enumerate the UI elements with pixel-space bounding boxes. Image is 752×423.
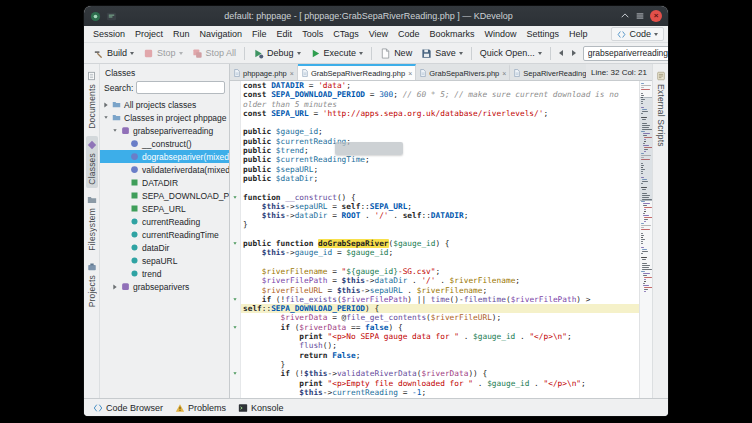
expander-icon[interactable] — [102, 102, 109, 108]
code-line[interactable]: $riverFileURL = $this->sepaURL . $riverF… — [241, 286, 639, 295]
fold-marker[interactable] — [230, 323, 241, 332]
tree-item-sepa-download-period[interactable]: SEPA_DOWNLOAD_PERIOD — [100, 189, 229, 202]
expander-icon[interactable] — [111, 284, 118, 290]
fold-marker[interactable] — [230, 239, 241, 248]
menu-bookmarks[interactable]: Bookmarks — [425, 28, 480, 40]
menu-navigation[interactable]: Navigation — [195, 28, 248, 40]
menu-tools[interactable]: Tools — [297, 28, 328, 40]
tree-item-classes-in-project-phppage[interactable]: Classes in project phppage — [100, 111, 229, 124]
code-line[interactable]: $riverFilename = "${gauge_id}-SG.csv"; — [241, 267, 639, 276]
code-line[interactable]: $this->sepaURL = self::SEPA_URL; — [241, 202, 639, 211]
tree-item-sepaurl[interactable]: sepaURL — [100, 254, 229, 267]
code-line[interactable]: const SEPA_DOWNLOAD_PERIOD = 300; // 60 … — [241, 90, 639, 99]
code-area[interactable]: const DATADIR = 'data';const SEPA_DOWNLO… — [230, 81, 639, 398]
code-line[interactable] — [241, 258, 639, 267]
code-line[interactable]: $this->dataDir = ROOT . '/' . self::DATA… — [241, 211, 639, 220]
tree-item-grabsepariverreading[interactable]: grabsepariverreading — [100, 124, 229, 137]
fold-marker[interactable] — [230, 295, 241, 304]
tree-item-datadir[interactable]: DATADIR — [100, 176, 229, 189]
code-browser-button[interactable]: Code Browser — [88, 402, 168, 414]
tree-item-datadir[interactable]: dataDir — [100, 241, 229, 254]
code-line[interactable]: public function doGrabSepaRiver($gauge_i… — [241, 239, 639, 248]
code-line[interactable]: $this->currentReading = -1; — [241, 388, 639, 397]
menu-session[interactable]: Session — [88, 28, 130, 40]
fold-marker[interactable] — [230, 369, 241, 378]
menu-help[interactable]: Help — [564, 28, 593, 40]
expander-icon[interactable] — [111, 129, 118, 132]
code-line[interactable]: self::SEPA_DOWNLOAD_PERIOD) { — [241, 304, 639, 313]
code-line[interactable]: $this->gauge_id = $gauge_id; — [241, 248, 639, 257]
problems-button[interactable]: Problems — [170, 402, 231, 414]
tree-item-dograbsepariver-mixed[interactable]: dograbsepariver(mixed) — [100, 150, 229, 163]
code-line[interactable]: } — [241, 360, 639, 369]
code-line[interactable]: const DATADIR = 'data'; — [241, 81, 639, 90]
menu-edit[interactable]: Edit — [272, 28, 298, 40]
code-line[interactable]: flush(); — [241, 397, 639, 398]
close-icon[interactable]: × — [501, 70, 506, 77]
code-line[interactable] — [241, 230, 639, 239]
search-input[interactable] — [588, 48, 668, 58]
tree-item-currentreadingtime[interactable]: currentReadingTime — [100, 228, 229, 241]
titlebar[interactable]: default: phppage - [ phppage:GrabSepaRiv… — [84, 6, 668, 26]
code-line[interactable]: $riverFilePath = $this->dataDir . '/' . … — [241, 276, 639, 285]
code-line[interactable]: public $currentReading; — [241, 137, 639, 146]
search-prev-button[interactable] — [555, 47, 567, 59]
minimap[interactable] — [639, 81, 652, 398]
execute-button[interactable]: Execute — [306, 46, 368, 61]
tree-item-validateriverdata-mixed[interactable]: validateriverdata(mixed) — [100, 163, 229, 176]
search-next-button[interactable] — [568, 47, 580, 59]
code-line[interactable] — [241, 118, 639, 127]
tree-item-sepa-url[interactable]: SEPA_URL — [100, 202, 229, 215]
code-line[interactable]: if (!file_exists($riverFilePath) || time… — [241, 295, 639, 304]
editor-tab-separiverreadinghistory-php[interactable]: SepaRiverReadingHistory.php× — [510, 64, 586, 80]
stop-all-button[interactable]: Stop All — [188, 46, 241, 61]
menu-window[interactable]: Window — [480, 28, 522, 40]
build-button[interactable]: Build — [89, 46, 138, 61]
konsole-button[interactable]: Konsole — [233, 402, 289, 414]
tree-item-trend[interactable]: trend — [100, 267, 229, 280]
close-button[interactable]: × — [650, 10, 662, 22]
window-menu-icon[interactable] — [635, 11, 645, 21]
dock-tab-classes[interactable]: Classes — [86, 136, 98, 189]
editor-tab-grabsepariverreading-php[interactable]: GrabSepaRiverReading.php× — [298, 64, 416, 80]
dock-tab-filesystem[interactable]: Filesystem — [86, 191, 98, 255]
quick-open-button[interactable]: Quick Open... — [476, 46, 546, 60]
classes-search-input[interactable] — [136, 81, 225, 94]
code-menu-button[interactable]: Code — [611, 27, 664, 41]
code-line[interactable] — [241, 183, 639, 192]
expander-icon[interactable] — [102, 116, 109, 119]
tree-item-currentreading[interactable]: currentReading — [100, 215, 229, 228]
code-line[interactable]: public $trend; — [241, 146, 639, 155]
shade-icon[interactable] — [620, 11, 630, 21]
tree-item-construct[interactable]: __construct() — [100, 137, 229, 150]
menu-code[interactable]: Code — [393, 28, 425, 40]
dock-tab-documents[interactable]: Documents — [86, 67, 98, 133]
fold-marker[interactable] — [230, 193, 241, 202]
code-line[interactable]: public $currentReadingTime; — [241, 155, 639, 164]
code-line[interactable]: if ($riverData == false) { — [241, 323, 639, 332]
code-line[interactable]: } — [241, 220, 639, 229]
code-line[interactable]: flush(); — [241, 341, 639, 350]
code-line[interactable]: older than 5 minutes — [241, 100, 639, 109]
tree-item-grabseparivers[interactable]: grabseparivers — [100, 280, 229, 293]
save-button[interactable]: Save — [417, 46, 467, 61]
tree-item-all-projects-classes[interactable]: All projects classes — [100, 98, 229, 111]
close-icon[interactable]: × — [407, 70, 412, 77]
menu-file[interactable]: File — [247, 28, 272, 40]
menu-run[interactable]: Run — [168, 28, 195, 40]
stop-button[interactable]: Stop — [139, 46, 187, 61]
code-line[interactable]: $riverData = @file_get_contents($riverFi… — [241, 313, 639, 322]
code-line[interactable]: if (!$this->validateRiverData($riverData… — [241, 369, 639, 378]
menu-ctags[interactable]: CTags — [328, 28, 364, 40]
new-button[interactable]: New — [376, 46, 416, 61]
menu-view[interactable]: View — [364, 28, 393, 40]
code-line[interactable]: print "<p>Empty file downloaded for " . … — [241, 379, 639, 388]
dock-tab-projects[interactable]: Projects — [86, 258, 98, 311]
code-line[interactable]: const SEPA_URL = 'http://apps.sepa.org.u… — [241, 109, 639, 118]
code-line[interactable]: public $dataDir; — [241, 174, 639, 183]
editor-tab-grabseparivers-php[interactable]: GrabSepaRivers.php× — [416, 64, 510, 80]
code-line[interactable]: return False; — [241, 351, 639, 360]
menu-project[interactable]: Project — [130, 28, 168, 40]
debug-button[interactable]: Debug — [249, 46, 305, 61]
dock-tab-external-scripts[interactable]: External Scripts — [655, 67, 667, 151]
